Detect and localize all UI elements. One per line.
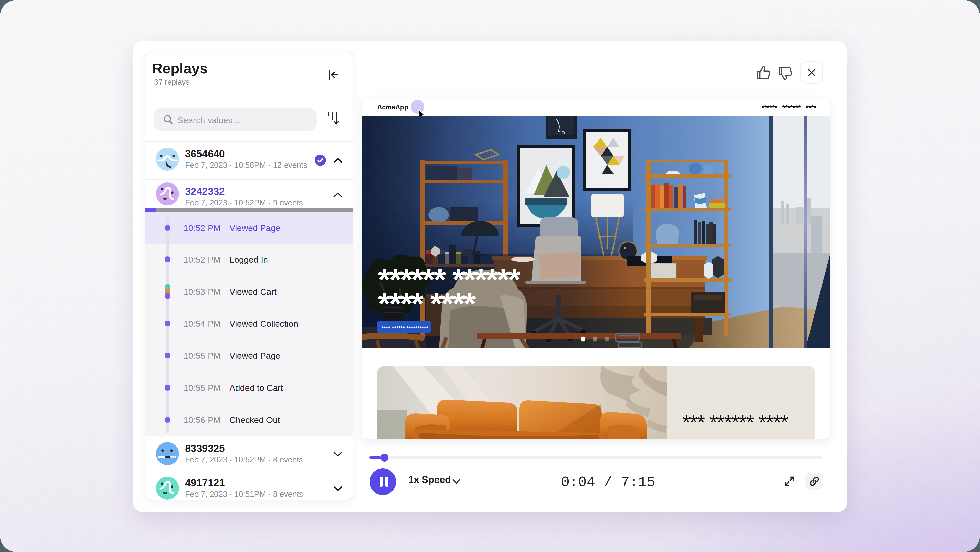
svg-text:**** ****** **********: **** ****** **********	[382, 325, 428, 332]
svg-text:**** ****: **** ****	[378, 286, 476, 321]
